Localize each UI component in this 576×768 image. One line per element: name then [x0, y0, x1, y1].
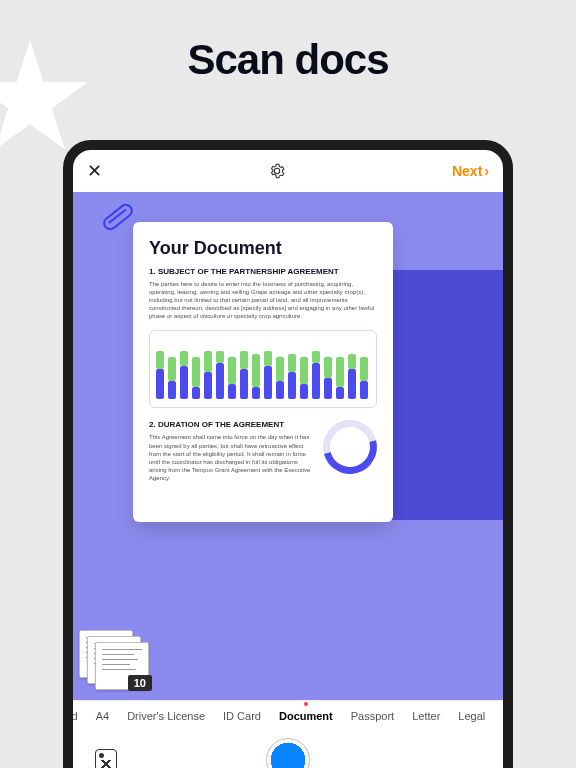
- bar-column: [156, 351, 164, 399]
- gear-icon: [269, 163, 285, 179]
- shutter-button[interactable]: [267, 739, 309, 768]
- device-frame: ✕ Next › Your Document 1. SUBJECT OF THE…: [63, 140, 513, 768]
- doc-bar-chart: [149, 330, 377, 408]
- doc-section1-heading: 1. SUBJECT OF THE PARTNERSHIP AGREEMENT: [149, 267, 377, 276]
- bar-column: [192, 357, 200, 399]
- bar-column: [288, 354, 296, 399]
- doc-section2-body: This Agreement shall come into force on …: [149, 433, 313, 482]
- mode-option[interactable]: Legal: [458, 710, 485, 722]
- camera-viewfinder: Your Document 1. SUBJECT OF THE PARTNERS…: [73, 192, 503, 700]
- chevron-right-icon: ›: [484, 163, 489, 179]
- bar-column: [276, 357, 284, 399]
- bar-column: [252, 354, 260, 399]
- top-bar: ✕ Next ›: [73, 150, 503, 192]
- scanned-document-preview: Your Document 1. SUBJECT OF THE PARTNERS…: [133, 222, 393, 522]
- mode-option[interactable]: Document: [279, 710, 333, 722]
- mode-option[interactable]: Driver's License: [127, 710, 205, 722]
- thumbnail: 10: [95, 642, 149, 690]
- mode-option[interactable]: Letter: [412, 710, 440, 722]
- page-title: Scan docs: [0, 36, 576, 84]
- bar-column: [312, 351, 320, 399]
- mode-option[interactable]: iteboard: [73, 710, 78, 722]
- doc-title: Your Document: [149, 238, 377, 259]
- bar-column: [264, 351, 272, 399]
- bottom-bar: [73, 730, 503, 768]
- bar-column: [168, 357, 176, 399]
- bar-column: [204, 351, 212, 399]
- thumbnail-count-badge: 10: [128, 675, 152, 691]
- bar-column: [336, 357, 344, 399]
- bar-column: [240, 351, 248, 399]
- bar-column: [360, 357, 368, 399]
- bar-column: [300, 357, 308, 399]
- mode-option[interactable]: ID Card: [223, 710, 261, 722]
- bar-column: [216, 351, 224, 399]
- scan-mode-selector[interactable]: iteboardA4Driver's LicenseID CardDocumen…: [73, 700, 503, 730]
- bar-column: [348, 354, 356, 399]
- mode-option[interactable]: Passport: [351, 710, 394, 722]
- bar-column: [324, 357, 332, 399]
- next-button[interactable]: Next ›: [452, 163, 489, 179]
- settings-button[interactable]: [269, 163, 285, 179]
- doc-section1-body: The parties here to desire to enter into…: [149, 280, 377, 320]
- paperclip-icon: [100, 201, 135, 233]
- mode-option[interactable]: A4: [96, 710, 109, 722]
- close-button[interactable]: ✕: [87, 160, 102, 182]
- progress-ring-icon: [313, 411, 387, 485]
- bar-column: [180, 351, 188, 399]
- gallery-button[interactable]: [95, 749, 117, 768]
- bar-column: [228, 357, 236, 399]
- next-label: Next: [452, 163, 482, 179]
- doc-section2-heading: 2. DURATION OF THE AGREEMENT: [149, 420, 313, 429]
- scan-thumbnails[interactable]: 10: [79, 630, 153, 694]
